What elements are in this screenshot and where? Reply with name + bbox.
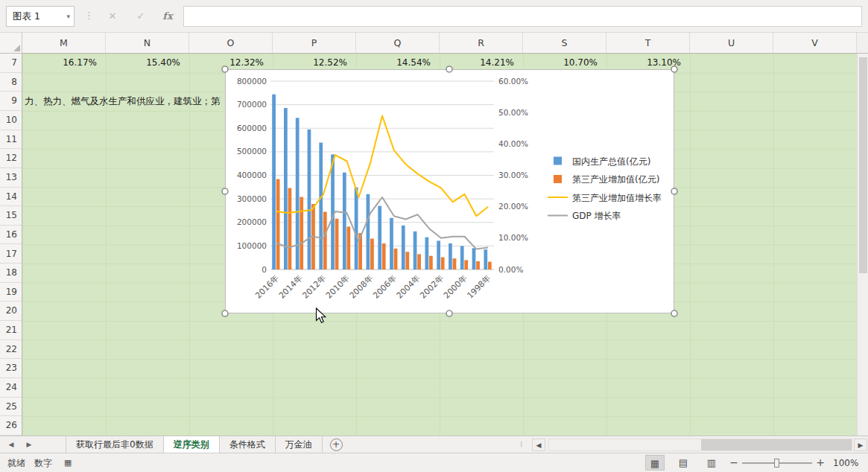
status-ready-label: 就绪 [7, 453, 25, 472]
column-header-S[interactable]: S [523, 33, 606, 53]
enter-icon[interactable]: ✓ [130, 6, 152, 27]
name-box-dropdown-icon[interactable]: ▾ [66, 7, 70, 26]
row-headers: 7891011121314151617181920212223242526 [0, 54, 22, 436]
column-header-M[interactable]: M [22, 33, 106, 53]
svg-text:100000: 100000 [237, 241, 267, 250]
svg-text:800000: 800000 [237, 77, 267, 86]
row-header-11[interactable]: 11 [0, 130, 22, 150]
svg-text:20.00%: 20.00% [498, 202, 528, 211]
sheet-nav-left-icon[interactable]: ◀ [4, 436, 18, 453]
zoom-level-label[interactable]: 100% [833, 453, 858, 472]
svg-text:第三产业增加值增长率: 第三产业增加值增长率 [572, 193, 662, 203]
row-header-17[interactable]: 17 [0, 245, 22, 264]
svg-text:40.00%: 40.00% [498, 139, 528, 148]
row-header-7[interactable]: 7 [0, 54, 22, 73]
tabbar-resize-dots-icon[interactable]: ⁞ [520, 439, 524, 449]
chart-selection-handle-5[interactable] [222, 310, 229, 317]
name-box[interactable]: 图表 1 ▾ [6, 6, 75, 27]
column-header-R[interactable]: R [440, 33, 523, 53]
chart-svg: 0100000200000300000400000500000600000700… [226, 70, 674, 313]
svg-text:500000: 500000 [237, 147, 267, 156]
column-header-P[interactable]: P [273, 33, 356, 53]
vertical-scrollbar[interactable] [857, 54, 868, 436]
chart-selection-handle-4[interactable] [671, 188, 678, 195]
svg-text:200000: 200000 [237, 217, 267, 226]
column-header-N[interactable]: N [106, 33, 189, 53]
hscroll-right-icon[interactable]: ▶ [854, 438, 867, 451]
svg-text:60.00%: 60.00% [498, 77, 528, 86]
horizontal-scrollbar[interactable] [548, 438, 852, 451]
svg-text:国内生产总值(亿元): 国内生产总值(亿元) [572, 156, 650, 167]
chart-object[interactable]: 0100000200000300000400000500000600000700… [225, 69, 674, 313]
row9-overflow-text: 力、热力、燃气及水生产和供应业，建筑业；第 [25, 92, 221, 111]
select-all-corner[interactable] [0, 33, 22, 54]
row-header-14[interactable]: 14 [0, 188, 22, 207]
cancel-icon[interactable]: ✕ [101, 6, 124, 27]
row-header-24[interactable]: 24 [0, 378, 22, 398]
column-header-V[interactable]: V [773, 33, 857, 53]
row-header-19[interactable]: 19 [0, 283, 22, 302]
zoom-slider-thumb[interactable] [774, 459, 779, 468]
row-header-9[interactable]: 9 [0, 92, 22, 111]
column-header-T[interactable]: T [606, 33, 690, 53]
add-sheet-icon[interactable]: + [330, 438, 343, 451]
vertical-scrollbar-thumb[interactable] [859, 57, 867, 273]
cell-row7-M[interactable]: 16.17% [22, 54, 106, 73]
svg-text:400000: 400000 [237, 170, 267, 179]
view-normal-icon[interactable]: ▦ [645, 455, 665, 471]
zoom-in-icon[interactable]: + [815, 453, 826, 472]
header-scroll-corner [857, 33, 868, 54]
sheet-tab-获取行最后非0数据[interactable]: 获取行最后非0数据 [66, 436, 164, 453]
name-box-value: 图表 1 [13, 10, 40, 22]
view-page-break-icon[interactable]: ▥ [702, 455, 721, 471]
status-mode-label[interactable]: 数字 [34, 453, 52, 472]
row-header-20[interactable]: 20 [0, 302, 22, 321]
row-header-16[interactable]: 16 [0, 226, 22, 245]
chart-selection-handle-1[interactable] [446, 66, 453, 73]
row-header-10[interactable]: 10 [0, 111, 22, 130]
zoom-out-icon[interactable]: − [729, 453, 739, 472]
row-header-21[interactable]: 21 [0, 321, 22, 340]
sheet-tab-万金油[interactable]: 万金油 [276, 436, 323, 453]
select-all-triangle-icon [13, 45, 20, 51]
row-header-8[interactable]: 8 [0, 73, 22, 92]
sheet-grid[interactable]: 力、热力、燃气及水生产和供应业，建筑业；第 010000020000030000… [22, 54, 857, 436]
chart-selection-handle-3[interactable] [222, 188, 229, 195]
cell-row7-N[interactable]: 15.40% [106, 54, 189, 73]
svg-text:10.00%: 10.00% [498, 233, 528, 242]
chart-selection-handle-7[interactable] [671, 310, 678, 317]
svg-text:第三产业增加值(亿元): 第三产业增加值(亿元) [572, 174, 659, 185]
chart-selection-handle-2[interactable] [671, 66, 678, 73]
row-header-12[interactable]: 12 [0, 149, 22, 168]
formula-bar-row: 图表 1 ▾ ⋮ ✕ ✓ fx [0, 0, 868, 33]
formula-input[interactable] [183, 6, 862, 27]
mouse-cursor [315, 307, 330, 324]
row-header-18[interactable]: 18 [0, 264, 22, 283]
svg-text:30.00%: 30.00% [498, 170, 528, 179]
excel-window: 图表 1 ▾ ⋮ ✕ ✓ fx MNOPQRSTUV 7891011121314… [0, 0, 868, 472]
column-headers: MNOPQRSTUV [22, 33, 857, 54]
horizontal-scrollbar-thumb[interactable] [701, 439, 852, 450]
svg-text:GDP 增长率: GDP 增长率 [572, 211, 621, 221]
chart-selection-handle-6[interactable] [446, 310, 453, 317]
row-header-13[interactable]: 13 [0, 168, 22, 188]
view-page-layout-icon[interactable]: ▤ [674, 455, 693, 471]
chart-selection-handle-0[interactable] [222, 66, 229, 73]
row-header-23[interactable]: 23 [0, 359, 22, 378]
svg-text:0.00%: 0.00% [498, 265, 523, 274]
sheet-tab-条件格式[interactable]: 条件格式 [220, 436, 276, 453]
row-header-22[interactable]: 22 [0, 340, 22, 360]
sheet-tab-逆序类别[interactable]: 逆序类别 [164, 436, 220, 453]
insert-function-icon[interactable]: fx [156, 6, 179, 27]
column-header-U[interactable]: U [690, 33, 773, 53]
hscroll-left-icon[interactable]: ◀ [532, 438, 545, 451]
row-header-15[interactable]: 15 [0, 206, 22, 226]
row-header-26[interactable]: 26 [0, 416, 22, 436]
row-header-25[interactable]: 25 [0, 398, 22, 417]
macro-record-icon[interactable]: ▦ [64, 453, 72, 472]
svg-text:600000: 600000 [237, 124, 267, 133]
column-header-Q[interactable]: Q [356, 33, 440, 53]
sheet-nav-right-icon[interactable]: ▶ [22, 436, 36, 453]
formula-bar-separator-icon: ⋮ [84, 10, 94, 21]
column-header-O[interactable]: O [189, 33, 273, 53]
